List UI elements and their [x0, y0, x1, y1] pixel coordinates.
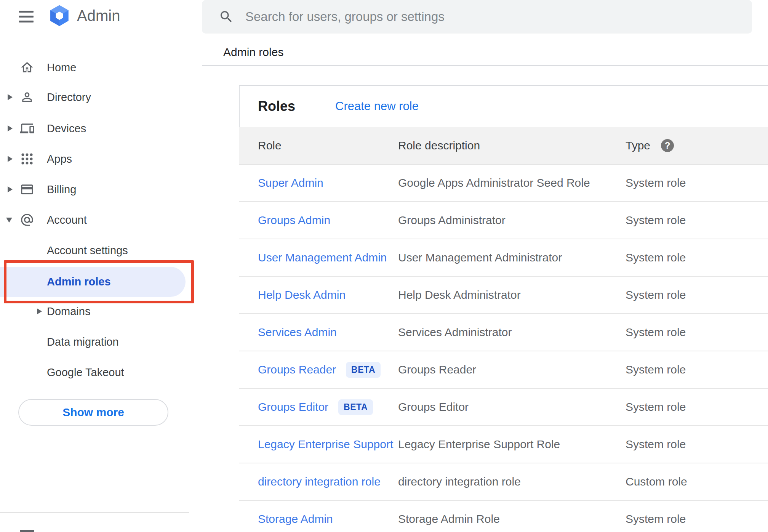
role-description: Groups Administrator [398, 202, 506, 239]
role-link[interactable]: Groups Editor [258, 401, 328, 413]
search-input[interactable]: Search for users, groups or settings [202, 0, 752, 34]
table-header-row: Role Role description Type ? [239, 127, 768, 165]
collapse-arrow-icon[interactable] [6, 218, 12, 223]
table-row[interactable]: Groups Reader BETA Groups Reader System … [239, 351, 768, 389]
roles-card: Roles Create new role Role Role descript… [239, 85, 768, 532]
table-row[interactable]: Super Admin Google Apps Administrator Se… [239, 165, 768, 202]
sidebar-item-devices[interactable]: Devices [0, 113, 202, 144]
table-row[interactable]: Groups Editor BETA Groups Editor System … [239, 389, 768, 426]
sidebar-item-admin-roles[interactable]: Admin roles [0, 267, 186, 297]
role-link[interactable]: Storage Admin [258, 513, 333, 526]
admin-logo-icon [48, 4, 71, 27]
sidebar-item-label: Billing [47, 183, 76, 196]
sidebar-item-label: Admin roles [47, 276, 111, 288]
sidebar-item-home[interactable]: Home [0, 52, 202, 83]
sidebar-item-label: Data migration [47, 336, 119, 348]
sidebar-item-label: Directory [47, 91, 91, 104]
table-row[interactable]: Help Desk Admin Help Desk Administrator … [239, 277, 768, 314]
table-row[interactable]: Storage Admin Storage Admin Role System … [239, 501, 768, 532]
search-placeholder: Search for users, groups or settings [245, 10, 445, 24]
sidebar-item-google-takeout[interactable]: Google Takeout [0, 357, 202, 388]
apps-icon [20, 152, 34, 166]
role-type: Custom role [626, 463, 687, 500]
role-link[interactable]: directory integration role [258, 475, 381, 488]
beta-badge: BETA [338, 399, 373, 415]
role-type: System role [626, 426, 686, 463]
expand-arrow-icon[interactable] [8, 125, 13, 131]
role-link[interactable]: Groups Admin [258, 214, 330, 227]
card-header: Roles Create new role [239, 85, 768, 127]
search-icon [219, 9, 234, 24]
role-link[interactable]: User Management Admin [258, 251, 387, 264]
sidebar-item-label: Domains [47, 305, 90, 318]
role-type: System role [626, 277, 686, 313]
role-type: System role [626, 202, 686, 239]
sidebar-item-account[interactable]: Account [0, 205, 202, 235]
role-link[interactable]: Services Admin [258, 326, 337, 339]
sidebar-item-label: Home [47, 61, 76, 74]
cutoff-sidebar-icon [20, 530, 34, 532]
breadcrumb: Admin roles [223, 46, 283, 59]
devices-icon [20, 121, 34, 136]
sidebar-item-apps[interactable]: Apps [0, 144, 202, 174]
sidebar-item-directory[interactable]: Directory [0, 82, 202, 112]
table-row[interactable]: Groups Admin Groups Administrator System… [239, 202, 768, 239]
billing-icon [20, 182, 34, 197]
role-link[interactable]: Help Desk Admin [258, 288, 346, 301]
home-icon [20, 60, 34, 75]
app-title: Admin [77, 4, 120, 27]
role-type: System role [626, 501, 686, 532]
sidebar-item-label: Account settings [47, 244, 128, 257]
help-icon[interactable]: ? [661, 139, 674, 152]
expand-arrow-icon[interactable] [8, 94, 13, 100]
sidebar-item-label: Apps [47, 153, 72, 165]
admin-console-page: Admin Search for users, groups or settin… [0, 0, 768, 532]
sidebar-item-label: Google Takeout [47, 366, 124, 379]
role-description: Services Administrator [398, 314, 512, 351]
sidebar-divider [0, 512, 189, 513]
column-header-role: Role [258, 127, 282, 164]
sidebar-item-domains[interactable]: Domains [0, 296, 202, 327]
role-type: System role [626, 165, 686, 201]
table-row[interactable]: Legacy Enterprise Support Legacy Enterpr… [239, 426, 768, 463]
role-link[interactable]: Legacy Enterprise Support [258, 438, 393, 451]
role-description: Google Apps Administrator Seed Role [398, 165, 590, 201]
sidebar-item-label: Account [47, 214, 87, 226]
role-description: Help Desk Administrator [398, 277, 521, 313]
sidebar-item-data-migration[interactable]: Data migration [0, 327, 202, 357]
card-title: Roles [258, 98, 295, 114]
expand-arrow-icon[interactable] [37, 308, 42, 314]
role-type: System role [626, 239, 686, 276]
column-header-description: Role description [398, 127, 480, 164]
expand-arrow-icon[interactable] [8, 186, 13, 192]
breadcrumb-divider [202, 65, 768, 66]
sidebar-item-label: Devices [47, 122, 86, 135]
role-type: System role [626, 314, 686, 351]
role-description: User Management Administrator [398, 239, 562, 276]
role-description: Groups Reader [398, 351, 476, 388]
role-description: Storage Admin Role [398, 501, 500, 532]
sidebar-item-account-settings[interactable]: Account settings [0, 235, 202, 266]
beta-badge: BETA [346, 362, 381, 378]
role-link[interactable]: Groups Reader [258, 363, 336, 376]
role-type: System role [626, 389, 686, 425]
role-description: Legacy Enterprise Support Role [398, 426, 560, 463]
at-icon [20, 213, 34, 227]
role-description: Groups Editor [398, 389, 469, 425]
expand-arrow-icon[interactable] [8, 156, 13, 162]
column-header-type: Type ? [626, 127, 674, 164]
menu-icon[interactable] [19, 11, 34, 23]
sidebar-item-billing[interactable]: Billing [0, 174, 202, 205]
role-type: System role [626, 351, 686, 388]
table-row[interactable]: User Management Admin User Management Ad… [239, 239, 768, 277]
role-description: directory integration role [398, 463, 521, 500]
show-more-button[interactable]: Show more [18, 399, 168, 426]
person-icon [20, 90, 34, 104]
role-link[interactable]: Super Admin [258, 176, 323, 189]
table-row[interactable]: directory integration role directory int… [239, 463, 768, 501]
table-row[interactable]: Services Admin Services Administrator Sy… [239, 314, 768, 351]
create-new-role-link[interactable]: Create new role [335, 99, 419, 113]
